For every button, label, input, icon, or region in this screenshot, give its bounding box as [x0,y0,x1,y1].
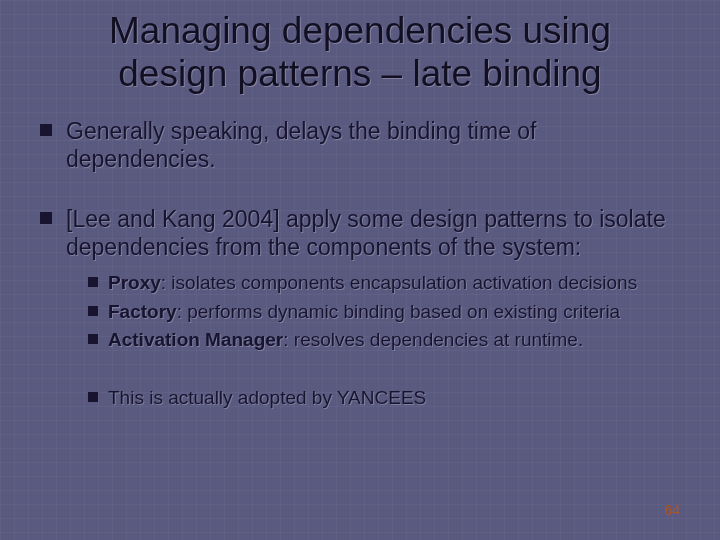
sub-bullet-label: Factory [108,301,177,322]
sub-bullet-text: This is actually adopted by YANCEES [108,387,426,408]
sub-bullet-item: This is actually adopted by YANCEES [88,386,680,410]
sub-bullet-item: Factory: performs dynamic binding based … [88,300,680,324]
sub-bullet-list: This is actually adopted by YANCEES [66,386,680,410]
bullet-item: Generally speaking, delays the binding t… [40,117,680,173]
bullet-list: Generally speaking, delays the binding t… [40,117,680,410]
sub-bullet-rest: : resolves dependencies at runtime. [283,329,583,350]
sub-bullet-rest: : performs dynamic binding based on exis… [177,301,621,322]
sub-bullet-label: Proxy [108,272,161,293]
sub-bullet-rest: : isolates components encapsulation acti… [161,272,637,293]
slide-title: Managing dependencies using design patte… [60,10,660,95]
sub-bullet-item: Activation Manager: resolves dependencie… [88,328,680,352]
bullet-item: [Lee and Kang 2004] apply some design pa… [40,205,680,410]
bullet-text: [Lee and Kang 2004] apply some design pa… [66,206,666,260]
bullet-text: Generally speaking, delays the binding t… [66,118,537,172]
page-number: 64 [664,502,680,518]
sub-bullet-item: Proxy: isolates components encapsulation… [88,271,680,295]
sub-bullet-list: Proxy: isolates components encapsulation… [66,271,680,352]
slide: Managing dependencies using design patte… [0,0,720,540]
sub-bullet-label: Activation Manager [108,329,283,350]
